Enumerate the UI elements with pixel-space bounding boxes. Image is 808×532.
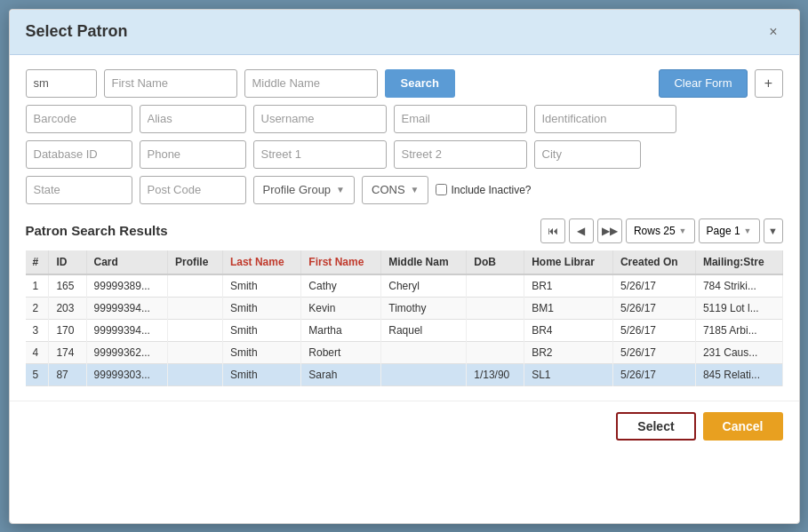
include-inactive-checkbox[interactable] (436, 184, 447, 195)
username-input[interactable] (253, 105, 387, 133)
table-cell: 99999303... (86, 363, 168, 385)
table-cell: BR1 (524, 274, 613, 298)
database-id-input[interactable] (26, 140, 132, 169)
form-row-2 (26, 105, 783, 133)
close-button[interactable]: × (764, 22, 782, 42)
table-cell (467, 274, 524, 298)
table-cell (168, 274, 223, 298)
col-middle-name: Middle Nam (381, 250, 467, 274)
identification-input[interactable] (534, 105, 676, 133)
cons-dropdown[interactable]: CONS (362, 176, 428, 204)
table-cell: 5 (26, 363, 49, 385)
table-cell: BM1 (524, 297, 613, 319)
table-cell: 1 (26, 274, 49, 298)
more-options-button[interactable]: ▼ (764, 218, 783, 243)
search-button[interactable]: Search (385, 69, 455, 98)
table-row[interactable]: 58799999303...SmithSarah1/13/90SL15/26/1… (26, 363, 783, 385)
table-cell (168, 319, 223, 341)
table-cell: 203 (49, 297, 86, 319)
table-cell: 5/26/17 (612, 297, 695, 319)
table-cell: 845 Relati... (695, 363, 782, 385)
table-cell: 5/26/17 (612, 341, 695, 363)
results-tbody: 116599999389...SmithCathyCherylBR15/26/1… (26, 274, 783, 386)
table-cell: 170 (49, 319, 86, 341)
table-cell: 231 Caus... (695, 341, 782, 363)
modal-body: Search Clear Form + (10, 55, 799, 401)
table-cell: Smith (222, 341, 300, 363)
form-row-3 (26, 140, 783, 169)
cancel-button[interactable]: Cancel (703, 412, 783, 441)
street2-input[interactable] (394, 140, 527, 169)
table-row[interactable]: 220399999394...SmithKevinTimothyBM15/26/… (26, 297, 783, 319)
col-profile: Profile (168, 250, 223, 274)
select-patron-modal: Select Patron × Search Clear Form + (9, 9, 800, 524)
next-page-button[interactable]: ▶▶ (597, 218, 622, 243)
table-cell: 99999389... (86, 274, 168, 298)
phone-input[interactable] (140, 140, 246, 169)
table-cell: Cheryl (381, 274, 467, 298)
clear-form-button[interactable]: Clear Form (659, 69, 747, 98)
alias-input[interactable] (140, 105, 246, 133)
first-name-input[interactable] (104, 69, 237, 98)
first-page-button[interactable]: ⏮ (540, 218, 565, 243)
profile-group-dropdown[interactable]: Profile Group (253, 176, 356, 204)
table-cell: Robert (301, 341, 381, 363)
results-header: Patron Search Results ⏮ ◀ ▶▶ Rows 25 Pag… (26, 218, 783, 243)
barcode-input[interactable] (26, 105, 132, 133)
post-code-input[interactable] (140, 176, 246, 204)
table-cell: 174 (49, 341, 86, 363)
select-button[interactable]: Select (616, 412, 695, 441)
state-input[interactable] (26, 176, 132, 204)
table-cell: 87 (49, 363, 86, 385)
table-cell (168, 297, 223, 319)
middle-name-input[interactable] (244, 69, 378, 98)
plus-icon: + (764, 75, 772, 91)
search-form: Search Clear Form + (26, 69, 783, 204)
page-number-dropdown[interactable]: Page 1 (699, 218, 760, 243)
col-first-name[interactable]: First Name (301, 250, 381, 274)
table-row[interactable]: 116599999389...SmithCathyCherylBR15/26/1… (26, 274, 783, 298)
col-mailing: Mailing:Stre (695, 250, 782, 274)
modal-header: Select Patron × (10, 10, 799, 55)
plus-icon-button[interactable]: + (755, 69, 783, 98)
email-input[interactable] (394, 105, 527, 133)
table-cell: Smith (222, 319, 300, 341)
col-created-on: Created On (612, 250, 695, 274)
table-cell (381, 341, 467, 363)
prev-page-button[interactable]: ◀ (569, 218, 594, 243)
table-cell: 99999394... (86, 319, 168, 341)
table-cell (381, 363, 467, 385)
results-table: # ID Card Profile Last Name First Name M… (26, 250, 783, 386)
col-num: # (26, 250, 49, 274)
table-cell: SL1 (524, 363, 613, 385)
table-cell: Cathy (301, 274, 381, 298)
col-card: Card (86, 250, 168, 274)
table-cell: 5/26/17 (612, 319, 695, 341)
table-cell: BR2 (524, 341, 613, 363)
table-cell: 5119 Lot l... (695, 297, 782, 319)
results-title: Patron Search Results (26, 223, 532, 238)
rows-per-page-dropdown[interactable]: Rows 25 (626, 218, 695, 243)
table-cell: Timothy (381, 297, 467, 319)
table-cell: 165 (49, 274, 86, 298)
col-last-name[interactable]: Last Name (222, 250, 300, 274)
table-cell: Smith (222, 274, 300, 298)
table-row[interactable]: 317099999394...SmithMarthaRaquelBR45/26/… (26, 319, 783, 341)
table-cell: 99999394... (86, 297, 168, 319)
table-cell: 99999362... (86, 341, 168, 363)
table-row[interactable]: 417499999362...SmithRobertBR25/26/17231 … (26, 341, 783, 363)
modal-overlay: Select Patron × Search Clear Form + (0, 0, 808, 532)
table-cell: 3 (26, 319, 49, 341)
city-input[interactable] (534, 140, 641, 169)
table-cell: 1/13/90 (467, 363, 524, 385)
table-cell: 4 (26, 341, 49, 363)
table-cell: 5/26/17 (612, 274, 695, 298)
include-inactive-label: Include Inactive? (436, 184, 531, 196)
table-cell: Smith (222, 297, 300, 319)
street1-input[interactable] (253, 140, 387, 169)
results-section: Patron Search Results ⏮ ◀ ▶▶ Rows 25 Pag… (26, 218, 783, 386)
table-cell: Martha (301, 319, 381, 341)
table-cell (467, 297, 524, 319)
last-name-input[interactable] (26, 69, 97, 98)
table-cell: 7185 Arbi... (695, 319, 782, 341)
